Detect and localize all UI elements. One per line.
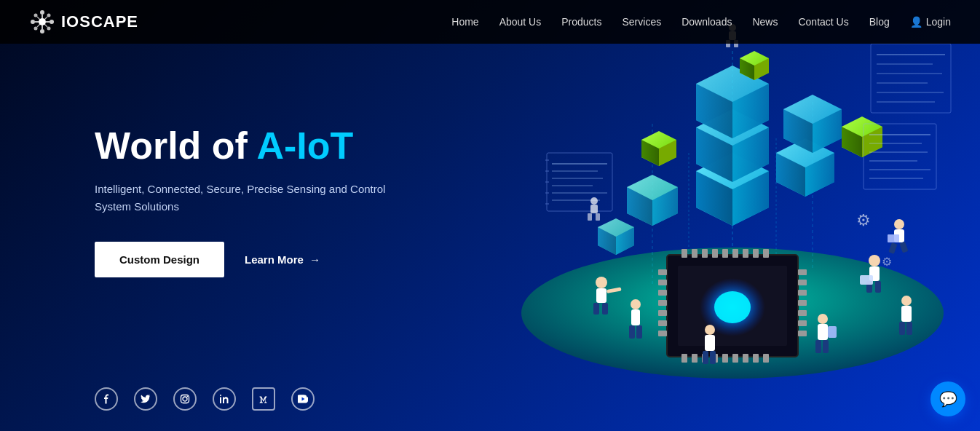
svg-point-135: [705, 325, 715, 335]
svg-rect-27: [692, 249, 698, 258]
nav-login[interactable]: 👤 Login: [910, 16, 951, 28]
svg-rect-34: [763, 249, 769, 258]
svg-rect-50: [658, 331, 667, 336]
nav-home[interactable]: Home: [451, 16, 478, 28]
svg-rect-43: [763, 354, 769, 363]
svg-rect-29: [712, 249, 718, 258]
svg-rect-145: [901, 306, 912, 322]
twitter-icon[interactable]: [134, 387, 157, 411]
svg-rect-47: [658, 300, 667, 306]
learn-more-button[interactable]: Learn More →: [245, 253, 320, 266]
svg-text:⚙: ⚙: [856, 211, 871, 229]
svg-rect-124: [602, 303, 608, 315]
svg-rect-122: [596, 288, 606, 303]
svg-rect-33: [753, 249, 759, 258]
nav-services[interactable]: Services: [622, 16, 661, 28]
svg-line-13: [44, 17, 47, 20]
hero-section: World of A-IoT Intelligent, Connected, S…: [95, 44, 444, 431]
svg-point-4: [50, 20, 54, 24]
hero-buttons: Custom Design Learn More →: [95, 242, 444, 277]
svg-point-131: [631, 299, 641, 309]
svg-point-6: [47, 14, 51, 17]
svg-point-5: [34, 14, 38, 17]
svg-rect-130: [860, 275, 873, 285]
nav-blog[interactable]: Blog: [869, 16, 890, 28]
medium-icon[interactable]: [252, 387, 275, 411]
hero-title-accent: A-IoT: [256, 124, 353, 167]
svg-rect-45: [658, 280, 667, 285]
svg-rect-53: [798, 290, 807, 296]
svg-rect-147: [906, 322, 912, 335]
logo-link[interactable]: IOSCAPE: [29, 9, 138, 35]
svg-rect-159: [588, 213, 592, 221]
svg-rect-142: [815, 340, 821, 353]
svg-rect-129: [875, 281, 881, 293]
nav-downloads[interactable]: Downloads: [681, 16, 732, 28]
svg-rect-54: [798, 300, 807, 306]
svg-rect-42: [753, 354, 759, 363]
svg-rect-48: [658, 310, 667, 316]
instagram-icon[interactable]: [173, 387, 197, 411]
svg-point-1: [40, 10, 44, 15]
nav-links: Home About Us Products Services Download…: [451, 16, 951, 28]
nav-products[interactable]: Products: [561, 16, 601, 28]
svg-point-19: [187, 396, 189, 398]
svg-rect-57: [798, 331, 807, 336]
svg-rect-56: [798, 320, 807, 326]
nav-contact[interactable]: Contact Us: [798, 16, 848, 28]
svg-rect-44: [658, 269, 667, 275]
svg-line-14: [37, 17, 40, 20]
hero-title-plain: World of: [95, 124, 256, 167]
social-bar: [95, 387, 315, 411]
svg-point-8: [47, 27, 51, 31]
svg-point-157: [590, 197, 598, 205]
svg-point-126: [869, 255, 880, 266]
svg-rect-32: [743, 249, 748, 258]
svg-rect-41: [743, 354, 748, 363]
custom-design-button[interactable]: Custom Design: [95, 242, 224, 277]
svg-rect-141: [828, 326, 837, 338]
iot-illustration: ⚙ ⚙: [485, 7, 980, 379]
svg-point-18: [183, 397, 187, 401]
svg-rect-93: [547, 153, 612, 211]
svg-point-7: [34, 27, 38, 31]
svg-rect-143: [823, 340, 829, 353]
svg-rect-136: [705, 335, 715, 351]
svg-rect-55: [798, 310, 807, 316]
svg-rect-151: [899, 242, 908, 253]
user-icon: 👤: [910, 16, 922, 28]
svg-rect-40: [732, 354, 738, 363]
svg-rect-39: [722, 354, 728, 363]
svg-rect-26: [681, 249, 687, 258]
svg-point-3: [31, 20, 35, 24]
svg-rect-28: [702, 249, 708, 258]
brand-name: IOSCAPE: [61, 12, 138, 31]
svg-rect-160: [596, 213, 600, 221]
facebook-icon[interactable]: [95, 387, 118, 411]
youtube-icon[interactable]: [291, 387, 315, 411]
navbar: IOSCAPE Home About Us Products Services …: [0, 0, 980, 44]
linkedin-icon[interactable]: [213, 387, 236, 411]
svg-point-139: [818, 314, 828, 324]
nav-news[interactable]: News: [752, 16, 778, 28]
hero-subtitle: Intelligent, Connected, Secure, Precise …: [95, 181, 400, 216]
svg-rect-123: [593, 303, 599, 315]
svg-rect-152: [888, 234, 899, 242]
svg-point-121: [596, 277, 607, 288]
svg-rect-137: [703, 351, 708, 364]
hero-title: World of A-IoT: [95, 124, 444, 168]
svg-rect-31: [732, 249, 738, 258]
nav-about[interactable]: About Us: [499, 16, 542, 28]
svg-rect-146: [899, 322, 905, 335]
svg-rect-140: [818, 324, 828, 340]
svg-rect-30: [722, 249, 728, 258]
arrow-icon: →: [309, 253, 320, 266]
svg-rect-132: [631, 309, 640, 325]
iot-scene-svg: ⚙ ⚙: [485, 7, 980, 379]
svg-point-148: [894, 219, 904, 229]
logo-icon: [29, 9, 55, 35]
svg-text:⚙: ⚙: [882, 256, 892, 268]
svg-rect-46: [658, 290, 667, 296]
chat-bubble-button[interactable]: 💬: [930, 381, 965, 416]
svg-rect-138: [710, 351, 716, 364]
